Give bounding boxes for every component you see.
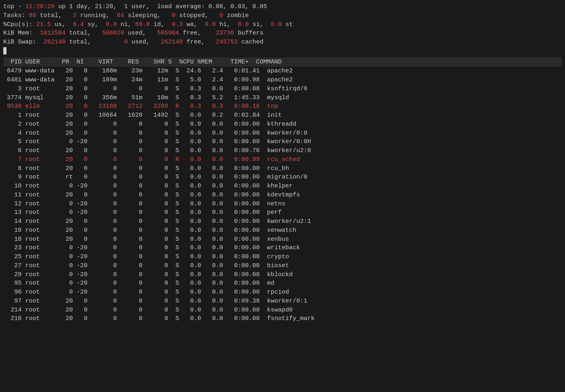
mem-used: 506620 [102, 30, 124, 37]
tasks-text2: running, [77, 12, 117, 19]
table-row: 12 root 0 -20 0 0 0 S 0.0 0.0 0:00.00 ne… [3, 200, 562, 209]
tasks-zombie: 0 [219, 12, 223, 19]
swap-total: 262140 [44, 39, 66, 46]
cpu-id: 69.8 [135, 21, 150, 28]
cpu-ni: 0.0 [106, 21, 117, 28]
table-row: 95 root 0 -20 0 0 0 S 0.0 0.0 0:00.00 md [3, 279, 562, 288]
tasks-total: 86 [29, 12, 36, 19]
table-row: 3774 mysql 20 0 356m 51m 10m S 0.3 5.2 1… [3, 94, 562, 102]
tasks-text1: total, [36, 12, 73, 19]
cpu-st: 0.0 [271, 21, 282, 28]
table-row: 14 root 20 0 0 0 0 S 0.0 0.0 0:00.00 kwo… [3, 217, 562, 226]
top-label: top - [3, 3, 25, 10]
swap-used: 0 [124, 39, 128, 46]
table-row: 1 root 20 0 10664 1628 1492 S 0.0 0.2 0:… [3, 111, 562, 120]
cpu-label: %Cpu(s): [3, 21, 36, 28]
table-row: 5 root 0 -20 0 0 0 S 0.0 0.0 0:00.00 kwo… [3, 137, 562, 146]
tasks-text5: zombie [223, 12, 249, 19]
table-row: 8 root 20 0 0 0 0 S 0.0 0.0 0:00.00 rcu_… [3, 164, 562, 173]
column-header: PID USER PR NI VIRT RES SHR S %CPU %MEM … [3, 57, 562, 67]
tasks-text3: sleeping, [124, 12, 172, 19]
table-row: 214 root 20 0 0 0 0 S 0.0 0.0 0:00.00 ks… [3, 306, 562, 315]
table-row: 216 root 20 0 0 0 0 S 0.0 0.0 0:00.00 fs… [3, 314, 562, 323]
header-line-swap: KiB Swap: 262140 total, 0 used, 262140 f… [3, 38, 562, 47]
header-line-1: top - 11:26:29 up 1 day, 21:20, 1 user, … [3, 2, 562, 11]
table-row: 9 root rt 0 0 0 0 S 0.0 0.0 0:00.00 migr… [3, 173, 562, 182]
tasks-text4: stopped, [175, 12, 219, 19]
table-row: 6479 www-data 20 0 188m 23m 12m S 24.6 2… [3, 67, 562, 76]
table-row: 6481 www-data 20 0 189m 24m 11m S 5.0 2.… [3, 76, 562, 85]
table-row: 9530 elle 20 0 23188 2712 2280 R 0.3 0.3… [3, 102, 562, 111]
mem-free: 505964 [157, 30, 179, 37]
table-row: 25 root 0 -20 0 0 0 S 0.0 0.0 0:00.00 cr… [3, 253, 562, 261]
tasks-running: 2 [73, 12, 77, 19]
table-row: 27 root 0 -20 0 0 0 S 0.0 0.0 0:00.00 bi… [3, 261, 562, 270]
table-row: 97 root 20 0 0 0 0 S 0.0 0.0 0:09.38 kwo… [3, 297, 562, 306]
cpu-wa: 0.3 [172, 21, 183, 28]
terminal-window: top - 11:26:29 up 1 day, 21:20, 1 user, … [3, 2, 562, 323]
mem-label: KiB Mem: [3, 30, 40, 37]
table-row: 2 root 20 0 0 0 0 S 0.0 0.0 0:00.00 kthr… [3, 120, 562, 129]
swap-label: KiB Swap: [3, 39, 44, 46]
cursor [3, 47, 7, 54]
mem-buffers: 23736 [216, 30, 234, 37]
table-row: 10 root 0 -20 0 0 0 S 0.0 0.0 0:00.00 kh… [3, 182, 562, 191]
table-row: 29 root 0 -20 0 0 0 S 0.0 0.0 0:00.00 kb… [3, 270, 562, 279]
current-time: 11:26:29 [25, 3, 55, 10]
header-line-mem: KiB Mem: 1012584 total, 506620 used, 505… [3, 29, 562, 38]
table-row: 96 root 0 -20 0 0 0 S 0.0 0.0 0:00.00 rp… [3, 288, 562, 297]
swap-cached: 245752 [216, 39, 238, 46]
header-line-tasks: Tasks: 86 total, 2 running, 84 sleeping,… [3, 11, 562, 20]
tasks-stopped: 0 [172, 12, 175, 19]
table-row: 16 root 20 0 0 0 0 S 0.0 0.0 0:00.00 xen… [3, 226, 562, 235]
table-row: 3 root 20 0 0 0 0 S 0.3 0.0 0:00.08 ksof… [3, 85, 562, 94]
mem-total: 1012584 [40, 30, 66, 37]
table-row: 6 root 20 0 0 0 0 S 0.0 0.0 0:00.76 kwor… [3, 146, 562, 155]
uptime-text: up 1 day, 21:20, 1 user, load average: 0… [55, 3, 267, 10]
cpu-sy: 8.4 [73, 21, 84, 28]
table-row: 7 root 20 0 0 0 0 R 0.0 0.0 0:00.99 rcu_… [3, 155, 562, 164]
header-line-cpu: %Cpu(s): 21.5 us, 8.4 sy, 0.0 ni, 69.8 i… [3, 20, 562, 29]
table-row: 18 root 20 0 0 0 0 S 0.0 0.0 0:00.00 xen… [3, 235, 562, 244]
table-row: 13 root 0 -20 0 0 0 S 0.0 0.0 0:00.00 pe… [3, 208, 562, 217]
column-header-text: PID USER PR NI VIRT RES SHR S %CPU %MEM … [3, 59, 282, 65]
cpu-si: 0.0 [238, 21, 249, 28]
swap-free: 262140 [161, 39, 183, 46]
table-row: 4 root 20 0 0 0 0 S 0.0 0.0 0:00.00 kwor… [3, 129, 562, 138]
tasks-sleeping: 84 [117, 12, 124, 19]
table-row: 11 root 20 0 0 0 0 S 0.0 0.0 0:00.00 kde… [3, 191, 562, 200]
process-table: 6479 www-data 20 0 188m 23m 12m S 24.6 2… [3, 67, 562, 323]
cursor-line [3, 47, 562, 56]
cpu-us: 21.5 [36, 21, 51, 28]
tasks-label: Tasks: [3, 12, 29, 19]
table-row: 23 root 0 -20 0 0 0 S 0.0 0.0 0:00.00 wr… [3, 244, 562, 253]
cpu-hi: 0.0 [205, 21, 216, 28]
